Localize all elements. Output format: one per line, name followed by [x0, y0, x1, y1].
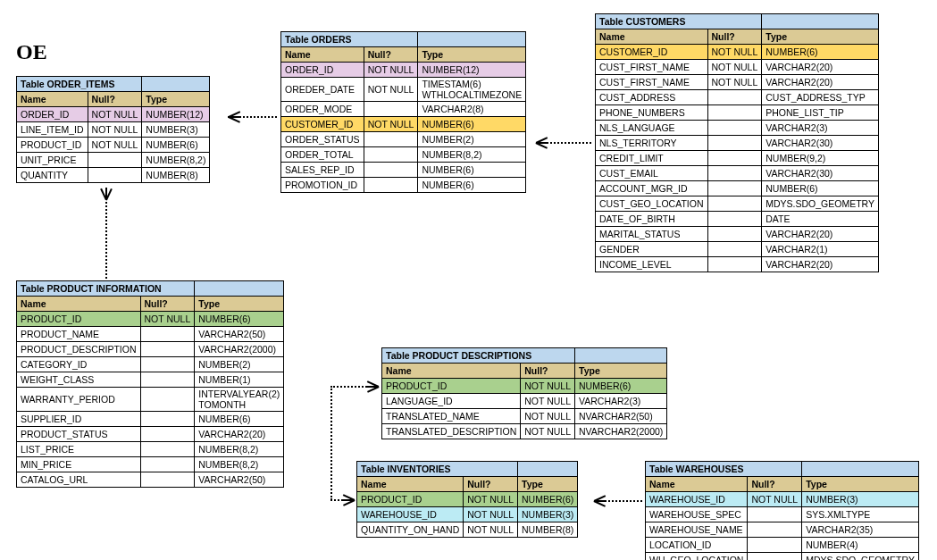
col-name: Name	[646, 477, 748, 492]
table-customers: Table CUSTOMERS Name Null? Type CUSTOMER…	[595, 13, 879, 272]
crowfoot-icon	[594, 493, 607, 509]
crowfoot-icon	[536, 135, 548, 151]
cell-null: NOT NULL	[748, 492, 802, 507]
cell-type: INTERVALYEAR(2)TOMONTH	[195, 388, 284, 412]
cell-null	[140, 472, 195, 488]
table-row: QUANTITYNUMBER(8)	[17, 168, 210, 183]
table-title: Table PRODUCT DESCRIPTIONS	[382, 348, 575, 364]
cell-null: NOT NULL	[364, 63, 418, 78]
table-row: INCOME_LEVELVARCHAR2(20)	[596, 257, 879, 272]
crowfoot-icon	[366, 379, 379, 395]
connector-prodinfo-inventories-v	[330, 386, 332, 500]
table-row: MARITAL_STATUSVARCHAR2(20)	[596, 227, 879, 242]
cell-name: QUANTITY_ON_HAND	[357, 522, 464, 538]
table-orders: Table ORDERS Name Null? Type ORDER_IDNOT…	[280, 31, 526, 193]
crowfoot-icon	[100, 188, 113, 204]
cell-null	[140, 357, 195, 372]
table-warehouses: Table WAREHOUSES Name Null? Type WAREHOU…	[645, 461, 919, 560]
cell-null: NOT NULL	[464, 492, 518, 507]
cell-name: WAREHOUSE_SPEC	[646, 507, 748, 522]
col-type: Type	[142, 92, 210, 107]
cell-type: NUMBER(8)	[518, 522, 578, 538]
col-type: Type	[762, 29, 879, 45]
table-row: WH_GEO_LOCATIONMDYS.SDO_GEOMETRY	[646, 553, 919, 561]
col-name: Name	[17, 297, 141, 312]
cell-type: NUMBER(6)	[418, 163, 526, 178]
cell-name: INCOME_LEVEL	[596, 257, 708, 272]
table-row: ORDER_IDNOT NULLNUMBER(12)	[17, 107, 210, 122]
cell-name: CUST_FIRST_NAME	[596, 75, 708, 90]
table-row: PROMOTION_IDNUMBER(6)	[281, 178, 526, 193]
cell-type: NUMBER(6)	[575, 379, 667, 394]
table-title: Table PRODUCT INFORMATION	[17, 281, 195, 297]
cell-type: VARCHAR2(8)	[418, 102, 526, 117]
cell-null	[748, 538, 802, 553]
cell-type: NUMBER(6)	[142, 138, 210, 153]
cell-type: NUMBER(8,2)	[142, 153, 210, 168]
col-name: Name	[382, 364, 521, 379]
cell-type: VARCHAR2(35)	[802, 522, 919, 538]
cell-null	[140, 457, 195, 472]
cell-type: NUMBER(1)	[195, 372, 284, 388]
cell-name: CUSTOMER_ID	[596, 45, 708, 60]
cell-name: TRANSLATED_DESCRIPTION	[382, 424, 521, 439]
cell-type: DATE	[762, 212, 879, 227]
table-row: QUANTITY_ON_HANDNOT NULLNUMBER(8)	[357, 522, 578, 538]
cell-name: PRODUCT_ID	[382, 379, 521, 394]
cell-name: QUANTITY	[17, 168, 88, 183]
col-null: Null?	[140, 297, 195, 312]
table-row: CUSTOMER_IDNOT NULLNUMBER(6)	[281, 117, 526, 132]
table-row: WAREHOUSE_IDNOT NULLNUMBER(3)	[357, 507, 578, 522]
cell-null: NOT NULL	[464, 507, 518, 522]
table-title: Table INVENTORIES	[357, 462, 518, 477]
cell-null: NOT NULL	[521, 409, 575, 424]
cell-type: VARCHAR2(50)	[195, 327, 284, 342]
cell-name: MARITAL_STATUS	[596, 227, 708, 242]
cell-null	[707, 257, 762, 272]
cell-null	[364, 178, 418, 193]
cell-null: NOT NULL	[707, 45, 762, 60]
cell-type: SYS.XMLTYPE	[802, 507, 919, 522]
col-type: Type	[195, 297, 284, 312]
cell-type: NUMBER(6)	[418, 117, 526, 132]
cell-name: GENDER	[596, 242, 708, 257]
cell-name: LIST_PRICE	[17, 442, 141, 457]
cell-null: NOT NULL	[364, 117, 418, 132]
cell-name: OREDER_DATE	[281, 78, 364, 102]
cell-null	[364, 163, 418, 178]
table-row: PRODUCT_IDNOT NULLNUMBER(6)	[17, 138, 210, 153]
table-row: CUST_EMAILVARCHAR2(30)	[596, 166, 879, 181]
col-type: Type	[802, 477, 919, 492]
table-title: Table CUSTOMERS	[596, 14, 762, 29]
cell-null	[707, 136, 762, 151]
cell-type: NUMBER(12)	[142, 107, 210, 122]
cell-null	[140, 342, 195, 357]
cell-type: MDYS.SDO_GEOMETRY	[762, 196, 879, 212]
col-name: Name	[357, 477, 464, 492]
cell-name: PRODUCT_ID	[357, 492, 464, 507]
col-null: Null?	[748, 477, 802, 492]
cell-null	[88, 153, 142, 168]
cell-name: PRODUCT_NAME	[17, 327, 141, 342]
cell-name: ACCOUNT_MGR_ID	[596, 181, 708, 196]
cell-name: CUSTOMER_ID	[281, 117, 364, 132]
cell-name: MIN_PRICE	[17, 457, 141, 472]
table-row: PRODUCT_STATUSVARCHAR2(20)	[17, 427, 284, 442]
cell-null: NOT NULL	[140, 312, 195, 327]
cell-type: NUMBER(9,2)	[762, 151, 879, 166]
table-row: CATALOG_URLVARCHAR2(50)	[17, 472, 284, 488]
cell-type: VARCHAR2(20)	[762, 60, 879, 75]
table-title: Table ORDERS	[281, 32, 418, 47]
cell-type: MDYS.SDO_GEOMETRY	[802, 553, 919, 561]
cell-null: NOT NULL	[521, 424, 575, 439]
table-row: PRODUCT_IDNOT NULLNUMBER(6)	[382, 379, 667, 394]
cell-type: NUMBER(8,2)	[195, 442, 284, 457]
table-row: LINE_ITEM_IDNOT NULLNUMBER(3)	[17, 122, 210, 138]
table-row: SALES_REP_IDNUMBER(6)	[281, 163, 526, 178]
table-row: WAREHOUSE_SPECSYS.XMLTYPE	[646, 507, 919, 522]
cell-type: VARCHAR2(20)	[195, 427, 284, 442]
cell-type: VARCHAR2(3)	[575, 394, 667, 409]
cell-type: VARCHAR2(2000)	[195, 342, 284, 357]
cell-null: NOT NULL	[521, 394, 575, 409]
cell-type: NUMBER(3)	[142, 122, 210, 138]
